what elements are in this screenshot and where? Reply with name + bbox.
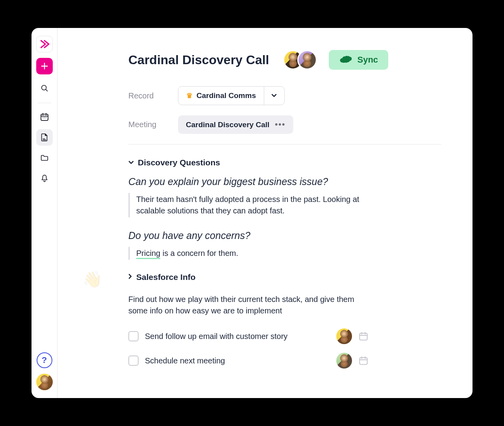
record-row: Record ♛ Cardinal Comms (128, 86, 441, 105)
nav-notifications[interactable] (36, 170, 53, 187)
collaborator-avatars[interactable] (283, 50, 317, 70)
record-selector: ♛ Cardinal Comms (178, 86, 285, 105)
task-row: Send follow up email with customer story (128, 328, 369, 344)
svg-point-3 (44, 117, 45, 118)
record-value-button[interactable]: ♛ Cardinal Comms (178, 87, 264, 105)
note-text: Find out how we play with their current … (128, 294, 361, 317)
nav-calendar[interactable] (36, 109, 53, 125)
task-row: Schedule next meeting (128, 353, 369, 369)
help-icon: ? (42, 355, 47, 365)
calendar-icon (40, 112, 49, 122)
section-discovery-toggle[interactable]: Discovery Questions (128, 158, 441, 167)
section-salesforce-toggle[interactable]: Salesforce Info (128, 272, 441, 282)
discovery-question-1: Can you explain your biggest business is… (128, 176, 441, 187)
meeting-selector[interactable]: Cardinal Discovery Call ••• (178, 115, 293, 134)
task-assignee-avatar[interactable] (336, 328, 352, 344)
meeting-value: Cardinal Discovery Call (186, 120, 269, 129)
bell-icon (40, 174, 49, 183)
answer-text: is a concern for them. (160, 249, 238, 257)
discovery-answer-1: Their team hasn't fully adopted a proces… (128, 193, 369, 217)
task-date-button[interactable] (358, 356, 369, 366)
meeting-label: Meeting (128, 120, 160, 129)
sidebar: ? (32, 28, 57, 398)
task-checkbox[interactable] (128, 356, 139, 366)
user-avatar[interactable] (36, 374, 53, 390)
record-label: Record (128, 91, 160, 100)
create-button[interactable] (36, 58, 53, 74)
task-assignee-avatar[interactable] (336, 353, 352, 369)
help-button[interactable]: ? (37, 352, 52, 368)
app-window: 👋 ? Car (32, 28, 472, 398)
section-discovery-title: Discovery Questions (138, 158, 220, 167)
divider (128, 144, 441, 144)
folder-icon (40, 154, 49, 162)
task-date-button[interactable] (358, 331, 369, 341)
search-icon (40, 84, 49, 93)
svg-point-2 (43, 117, 43, 118)
calendar-outline-icon (358, 356, 369, 366)
record-value: Cardinal Comms (196, 91, 256, 100)
sync-button[interactable]: Sync (329, 50, 388, 70)
section-salesforce-title: Salesforce Info (136, 272, 196, 282)
sidebar-divider (38, 103, 51, 103)
more-icon: ••• (275, 120, 285, 129)
discovery-question-2: Do you have any concerns? (128, 230, 441, 241)
chevron-right-icon (128, 274, 132, 281)
task-checkbox[interactable] (128, 331, 139, 341)
svg-rect-5 (359, 333, 367, 340)
nav-search[interactable] (36, 80, 53, 96)
discovery-answer-2: Pricing is a concern for them. (128, 247, 369, 260)
chevron-down-icon (271, 94, 277, 98)
task-label: Schedule next meeting (145, 356, 330, 365)
avatar (297, 50, 317, 70)
crown-icon: ♛ (186, 91, 193, 100)
app-logo-icon[interactable] (36, 36, 53, 52)
main-content: Cardinal Discovery Call Sync Record ♛ Ca… (57, 28, 472, 398)
chevron-down-icon (128, 159, 134, 166)
svg-rect-6 (359, 357, 367, 364)
calendar-outline-icon (358, 331, 369, 341)
page-title: Cardinal Discovery Call (128, 53, 269, 67)
record-dropdown-toggle[interactable] (264, 87, 284, 105)
nav-document[interactable] (36, 129, 53, 146)
page-header: Cardinal Discovery Call Sync (128, 50, 441, 70)
nav-folder[interactable] (36, 150, 53, 166)
meeting-row: Meeting Cardinal Discovery Call ••• (128, 115, 441, 134)
task-label: Send follow up email with customer story (145, 332, 330, 341)
sync-label: Sync (357, 55, 378, 65)
plus-icon (40, 62, 49, 70)
salesforce-cloud-icon (339, 55, 352, 65)
svg-point-4 (46, 117, 46, 118)
document-icon (40, 133, 49, 142)
highlighted-term[interactable]: Pricing (136, 249, 160, 259)
